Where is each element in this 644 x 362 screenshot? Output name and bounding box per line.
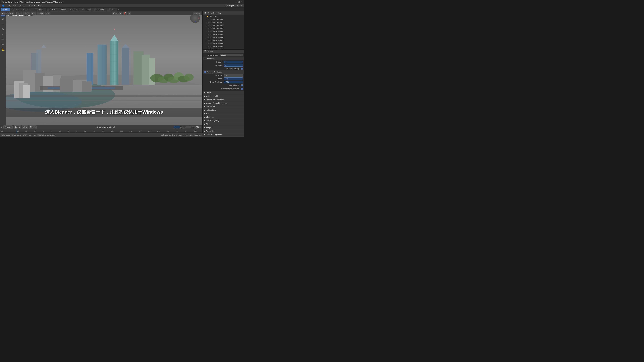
window-controls: — ❐ ✕ xyxy=(235,1,243,3)
viewport-samples-value[interactable]: 16 xyxy=(224,64,243,66)
outliner-item-1[interactable]: ▲ BuildingMesh00001 xyxy=(205,21,244,24)
subsurface-scattering-header[interactable]: ▶ Subsurface Scattering xyxy=(203,98,244,101)
shadows-header[interactable]: ▶ Shadows xyxy=(203,115,244,119)
volumetrics-header[interactable]: ▶ Volumetrics xyxy=(203,108,244,112)
tab-rendering[interactable]: Rendering xyxy=(80,7,92,11)
tab-texture-paint[interactable]: Texture Paint xyxy=(44,7,58,11)
outliner-item-2[interactable]: ▲ BuildingMesh00002 xyxy=(205,24,244,27)
mode-dropdown[interactable]: Object Mode ▾ xyxy=(1,11,14,15)
scene-properties-icon: 🎬 xyxy=(204,50,206,52)
render-engine-dropdown[interactable]: Eevee ▾ xyxy=(220,54,243,56)
ao-trace-precision-value[interactable]: 0.250 xyxy=(224,81,243,83)
hair-header[interactable]: ▶ Hair xyxy=(203,112,244,115)
prev-keyframe-button[interactable]: ◀ xyxy=(102,126,104,128)
bloom-header[interactable]: ▶ Bloom xyxy=(203,91,244,94)
object-menu-btn[interactable]: Object xyxy=(37,11,44,15)
tab-compositing[interactable]: Compositing xyxy=(92,7,106,11)
start-frame-input[interactable]: 1 xyxy=(185,126,191,128)
ao-factor-value[interactable]: 1.00 xyxy=(224,77,243,80)
keying-btn[interactable]: Keying xyxy=(14,125,21,129)
ambient-occlusion-header[interactable]: ✓ Ambient Occlusion xyxy=(203,70,244,74)
ssr-header[interactable]: ▶ Screen Space Reflections xyxy=(203,101,244,105)
outliner-item-6[interactable]: ▲ BuildingMesh00006 xyxy=(205,36,244,39)
render-samples-value[interactable]: 64 xyxy=(224,60,243,63)
move-tool[interactable]: ✛ xyxy=(1,22,5,26)
outliner-item-7[interactable]: ▲ BuildingMesh00007 xyxy=(205,39,244,42)
chevron-right-icon: ▶ xyxy=(204,126,206,129)
close-button[interactable]: ✕ xyxy=(240,1,243,3)
next-keyframe-button[interactable]: ▶ xyxy=(107,126,108,128)
options-btn[interactable]: Options xyxy=(193,11,201,15)
prev-frame-button[interactable]: ◀◀ xyxy=(98,126,101,128)
motion-blur-header[interactable]: ▶ Motion Blur xyxy=(203,105,244,108)
add-menu-btn[interactable]: Add xyxy=(31,11,36,15)
chevron-down-icon: ▼ xyxy=(204,15,206,17)
bounces-approx-checkbox[interactable]: ✓ xyxy=(241,88,243,90)
rotate-tool[interactable]: ↻ xyxy=(1,27,5,31)
view-menu-btn[interactable]: View xyxy=(16,11,22,15)
tab-layout[interactable]: Layout xyxy=(1,7,10,11)
maximize-button[interactable]: ❐ xyxy=(238,1,240,3)
gizmo-x-axis[interactable]: X xyxy=(198,17,199,19)
add-workspace-button[interactable]: + xyxy=(117,8,120,11)
color-management-header[interactable]: ▶ Color Management xyxy=(203,133,244,136)
ao-distance-value[interactable]: 1 m xyxy=(224,74,243,77)
tab-animation[interactable]: Animation xyxy=(69,7,80,11)
select-menu-btn[interactable]: Select xyxy=(23,11,30,15)
outliner-item-0[interactable]: ▲ BuildingMesh00000 xyxy=(205,18,244,21)
depth-of-field-header[interactable]: ▶ Depth of Field xyxy=(203,94,244,97)
outliner-item-4[interactable]: ▲ BuildingMesh00004 xyxy=(205,30,244,33)
view-btn[interactable]: View xyxy=(22,125,28,129)
simplify-header[interactable]: ▶ Simplify xyxy=(203,126,244,129)
outliner-item-9[interactable]: ▲ BuildingMesh00009 xyxy=(205,45,244,48)
ao-checkbox[interactable]: ✓ xyxy=(204,71,206,73)
outliner-collection[interactable]: ▼ 📁 Collection xyxy=(203,15,244,18)
end-frame-input[interactable]: 250 xyxy=(195,126,201,128)
menu-blender[interactable]: 🔵 xyxy=(1,4,6,7)
viewport-denoising-checkbox[interactable]: ✓ xyxy=(241,67,243,69)
bent-normals-checkbox[interactable]: ✓ xyxy=(241,84,243,86)
film-header[interactable]: ▶ Film xyxy=(203,122,244,126)
menu-edit[interactable]: Edit xyxy=(12,4,18,7)
shadows-section: ▶ Shadows xyxy=(203,115,244,119)
rotate-status: MMB Rotate View xyxy=(23,134,36,136)
menu-render[interactable]: Render xyxy=(18,4,27,7)
measure-tool[interactable]: 📐 xyxy=(1,47,5,52)
tab-scripting[interactable]: Scripting xyxy=(106,7,117,11)
freestyle-header[interactable]: ▶ Freestyle xyxy=(203,129,244,133)
scale-tool[interactable]: ⤢ xyxy=(1,32,5,36)
gis-menu-btn[interactable]: GIS xyxy=(44,11,50,15)
menu-window[interactable]: Window xyxy=(27,4,36,7)
menu-file[interactable]: File xyxy=(6,4,12,7)
annotate-tool[interactable]: ✏ xyxy=(1,42,5,46)
indirect-lighting-header[interactable]: ▶ Indirect Lighting xyxy=(203,119,244,122)
outliner-item-8[interactable]: ▲ BuildingMesh00008 xyxy=(205,42,244,45)
viewport-3d[interactable]: User Perspective (1) Collection | Buildi… xyxy=(6,11,202,125)
tab-modeling[interactable]: Modeling xyxy=(10,7,21,11)
svg-rect-63 xyxy=(23,85,30,98)
outliner-item-10[interactable]: ▲ BuildingMesh00010 xyxy=(205,48,244,50)
outliner-item-3[interactable]: ▲ BuildingMesh00003 xyxy=(205,27,244,30)
jump-start-button[interactable]: |◀ xyxy=(96,126,98,128)
tab-sculpting[interactable]: Sculpting xyxy=(21,7,32,11)
playback-btn[interactable]: Playback xyxy=(3,125,12,129)
jump-end-button[interactable]: ▶| xyxy=(112,126,114,128)
tab-uv-editing[interactable]: UV Editing xyxy=(32,7,44,11)
transform-tool[interactable]: ⊞ xyxy=(1,37,5,41)
play-button[interactable]: ▶ xyxy=(104,126,106,128)
gizmo-z-axis[interactable]: Z xyxy=(195,21,196,22)
snap-btn[interactable]: 🧲 xyxy=(122,11,127,15)
ambient-occlusion-section: ✓ Ambient Occlusion Distance 1 m Factor … xyxy=(203,70,244,91)
next-frame-button[interactable]: ▶▶ xyxy=(109,126,112,128)
cursor-tool[interactable]: ⊕ xyxy=(1,17,5,21)
sampling-header[interactable]: ▼ Sampling xyxy=(203,57,244,60)
marker-btn[interactable]: Marker xyxy=(29,125,36,129)
proportional-btn[interactable]: ⊙ xyxy=(128,11,131,15)
outliner-item-5[interactable]: ▲ BuildingMesh00005 xyxy=(205,33,244,36)
current-frame-input[interactable]: 1 xyxy=(174,126,180,128)
chevron-right-icon: ▶ xyxy=(204,109,206,111)
menu-help[interactable]: Help xyxy=(37,4,44,7)
transform-dropdown[interactable]: ⊕ Global ▾ xyxy=(112,11,122,15)
minimize-button[interactable]: — xyxy=(235,1,238,3)
tab-shading[interactable]: Shading xyxy=(58,7,68,11)
